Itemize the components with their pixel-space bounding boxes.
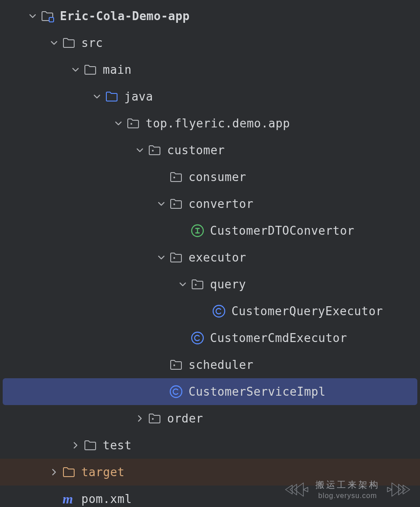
tree-item-root[interactable]: Eric-Cola-Demo-app	[0, 3, 420, 30]
tree-item-dto-convertor[interactable]: CustomerDTOConvertor	[0, 217, 420, 244]
tree-item-test[interactable]: test	[0, 432, 420, 459]
tree-item-label: CustomerServiceImpl	[189, 385, 326, 398]
tree-item-label: query	[210, 278, 246, 291]
tree-item-service-impl[interactable]: CustomerServiceImpl	[3, 378, 417, 405]
tree-item-label: convertor	[189, 197, 253, 211]
folder-icon	[61, 35, 77, 51]
tree-item-label: java	[124, 90, 153, 103]
package-icon	[168, 169, 184, 185]
tree-item-label: test	[103, 439, 132, 452]
chevron-right-icon[interactable]	[136, 414, 144, 422]
folder-icon	[82, 62, 98, 78]
tree-item-scheduler[interactable]: scheduler	[0, 351, 420, 378]
tree-item-package-root[interactable]: top.flyeric.demo.app	[0, 110, 420, 137]
package-icon	[147, 142, 163, 158]
module-folder-icon	[39, 8, 55, 24]
tree-item-label: order	[167, 412, 203, 425]
tree-item-order[interactable]: order	[0, 405, 420, 432]
tree-item-main[interactable]: main	[0, 56, 420, 83]
chevron-down-icon[interactable]	[50, 39, 58, 47]
class-icon	[211, 303, 227, 319]
excluded-folder-icon	[61, 464, 77, 480]
tree-item-label: top.flyeric.demo.app	[146, 117, 290, 130]
tree-item-customer[interactable]: customer	[0, 137, 420, 164]
package-icon	[168, 196, 184, 212]
tree-item-label: CustomerDTOConvertor	[210, 224, 354, 237]
project-tree[interactable]: Eric-Cola-Demo-app src main java top.fly…	[0, 0, 420, 507]
tree-item-label: Eric-Cola-Demo-app	[60, 9, 190, 23]
chevron-down-icon[interactable]	[136, 146, 144, 154]
tree-item-cmd-executor[interactable]: CustomerCmdExecutor	[0, 325, 420, 351]
watermark-deco-right-icon	[385, 481, 412, 499]
chevron-down-icon[interactable]	[157, 254, 165, 262]
folder-icon	[82, 437, 98, 453]
tree-item-label: scheduler	[189, 358, 253, 372]
package-icon	[189, 276, 206, 292]
tree-item-label: consumer	[189, 170, 246, 184]
class-icon	[168, 384, 184, 400]
chevron-down-icon[interactable]	[157, 200, 165, 208]
chevron-down-icon[interactable]	[71, 66, 80, 74]
chevron-right-icon[interactable]	[50, 468, 58, 476]
package-icon	[125, 115, 141, 131]
chevron-down-icon[interactable]	[179, 280, 187, 288]
chevron-down-icon[interactable]	[93, 93, 101, 101]
tree-item-label: src	[81, 36, 103, 50]
watermark-url: blog.verysu.com	[315, 492, 380, 500]
tree-item-executor[interactable]: executor	[0, 244, 420, 271]
tree-item-java[interactable]: java	[0, 83, 420, 110]
chevron-down-icon[interactable]	[29, 12, 37, 20]
package-icon	[168, 357, 184, 373]
tree-item-convertor[interactable]: convertor	[0, 190, 420, 217]
chevron-right-icon[interactable]	[71, 441, 80, 449]
tree-item-label: CustomerCmdExecutor	[210, 331, 347, 345]
chevron-down-icon[interactable]	[114, 119, 122, 127]
package-icon	[147, 410, 163, 427]
tree-item-consumer[interactable]: consumer	[0, 164, 420, 190]
package-icon	[168, 249, 184, 266]
tree-item-label: pom.xml	[81, 492, 132, 506]
maven-icon	[61, 491, 77, 507]
tree-item-src[interactable]: src	[0, 30, 420, 56]
watermark-title: 搬运工来架构	[315, 479, 380, 491]
tree-item-label: customer	[167, 144, 225, 157]
tree-item-label: executor	[189, 251, 246, 264]
watermark-deco-left-icon	[283, 481, 310, 499]
tree-item-label: CustomerQueryExecutor	[231, 304, 383, 318]
tree-item-label: main	[103, 63, 132, 76]
tree-item-query-executor[interactable]: CustomerQueryExecutor	[0, 298, 420, 325]
interface-icon	[189, 223, 206, 239]
tree-item-label: target	[81, 465, 125, 479]
class-icon	[189, 330, 206, 346]
watermark: 搬运工来架构 blog.verysu.com	[283, 479, 412, 500]
tree-item-query[interactable]: query	[0, 271, 420, 298]
source-folder-icon	[104, 89, 120, 105]
